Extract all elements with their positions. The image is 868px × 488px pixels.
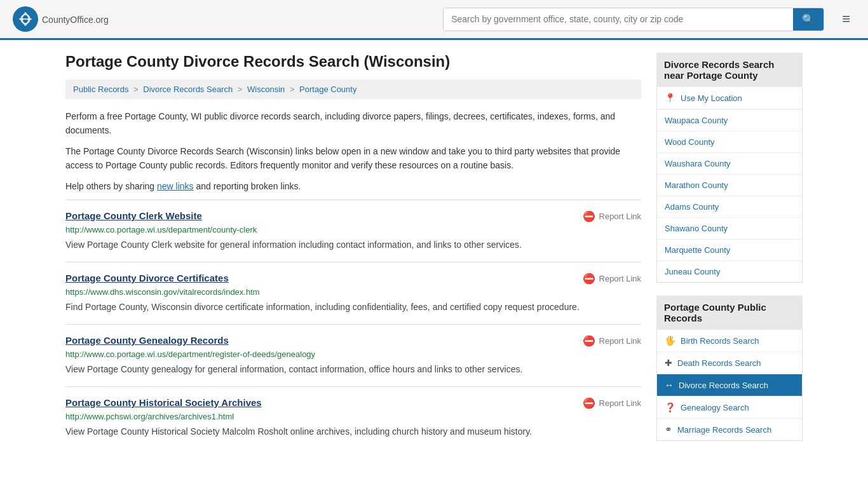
death-records-label: Death Records Search (677, 358, 761, 368)
new-links-link[interactable]: new links (157, 181, 194, 191)
use-my-location-link[interactable]: 📍 Use My Location (657, 87, 802, 109)
record-url-0[interactable]: http://www.co.portage.wi.us/department/c… (65, 225, 641, 234)
death-records-link[interactable]: ✚ Death Records Search (657, 352, 802, 374)
death-icon: ✚ (665, 358, 672, 368)
record-url-2[interactable]: http://www.co.portage.wi.us/department/r… (65, 349, 641, 359)
public-record-item-4[interactable]: ⚭ Marriage Records Search (657, 419, 802, 440)
breadcrumb-sep-3: > (290, 85, 297, 94)
record-header-2: Portage County Genealogy Records ⛔ Repor… (65, 335, 641, 347)
nearby-county-2[interactable]: Waushara County (657, 153, 802, 175)
breadcrumb-sep-1: > (133, 85, 140, 94)
search-button[interactable]: 🔍 (793, 8, 824, 30)
record-url-1[interactable]: https://www.dhs.wisconsin.gov/vitalrecor… (65, 287, 641, 297)
public-record-item-0[interactable]: 🖐 Birth Records Search (657, 330, 802, 352)
hamburger-icon: ≡ (842, 11, 850, 27)
nearby-section: Divorce Records Search near Portage Coun… (656, 53, 803, 283)
nearby-county-6[interactable]: Marquette County (657, 240, 802, 261)
record-header-1: Portage County Divorce Certificates ⛔ Re… (65, 273, 641, 285)
record-desc-0: View Portage County Clerk website for ge… (65, 238, 641, 252)
public-record-item-2[interactable]: ↔ Divorce Records Search (657, 374, 802, 396)
report-link-2[interactable]: ⛔ Report Link (583, 335, 641, 347)
nearby-county-link-3[interactable]: Marathon County (657, 175, 802, 196)
nearby-header: Divorce Records Search near Portage Coun… (656, 53, 803, 87)
intro-3-before: Help others by sharing (65, 181, 157, 191)
sidebar: Divorce Records Search near Portage Coun… (656, 53, 803, 454)
menu-button[interactable]: ≡ (837, 8, 855, 30)
page-title: Portage County Divorce Records Search (W… (65, 53, 641, 71)
public-records-list: 🖐 Birth Records Search ✚ Death Records S… (656, 330, 803, 441)
nearby-county-link-4[interactable]: Adams County (657, 196, 802, 217)
record-entry-0: Portage County Clerk Website ⛔ Report Li… (65, 200, 641, 262)
main-container: Portage County Divorce Records Search (W… (53, 40, 815, 466)
record-title-3[interactable]: Portage County Historical Society Archiv… (65, 397, 262, 408)
record-entry-2: Portage County Genealogy Records ⛔ Repor… (65, 324, 641, 386)
nearby-county-3[interactable]: Marathon County (657, 175, 802, 196)
public-records-header: Portage County Public Records (656, 295, 803, 330)
search-input[interactable] (444, 8, 793, 30)
report-icon-1: ⛔ (583, 273, 595, 285)
record-desc-2: View Portage County genealogy for genera… (65, 363, 641, 376)
nearby-county-link-2[interactable]: Waushara County (657, 153, 802, 174)
nearby-county-link-1[interactable]: Wood County (657, 132, 802, 152)
nearby-county-link-5[interactable]: Shawano County (657, 218, 802, 239)
nearby-county-1[interactable]: Wood County (657, 132, 802, 153)
intro-3-after: and reporting broken links. (194, 181, 301, 191)
breadcrumb-wisconsin[interactable]: Wisconsin (247, 85, 285, 94)
record-entry-3: Portage County Historical Society Archiv… (65, 386, 641, 449)
intro-paragraph-3: Help others by sharing new links and rep… (65, 179, 641, 193)
nearby-list: 📍 Use My Location Waupaca County Wood Co… (656, 87, 803, 283)
record-desc-1: Find Portage County, Wisconsin divorce c… (65, 301, 641, 314)
genealogy-link[interactable]: ❓ Genealogy Search (657, 396, 802, 418)
breadcrumb-sep-2: > (238, 85, 245, 94)
nearby-county-link-7[interactable]: Juneau County (657, 261, 802, 282)
breadcrumb: Public Records > Divorce Records Search … (65, 79, 641, 99)
genealogy-label: Genealogy Search (681, 403, 749, 412)
logo-link[interactable]: CountyOffice.org (13, 6, 109, 32)
intro-paragraph-1: Perform a free Portage County, WI public… (65, 109, 641, 138)
breadcrumb-public-records[interactable]: Public Records (73, 85, 128, 94)
record-header-0: Portage County Clerk Website ⛔ Report Li… (65, 210, 641, 222)
divorce-records-label: Divorce Records Search (679, 381, 768, 390)
divorce-records-link[interactable]: ↔ Divorce Records Search (657, 374, 802, 396)
public-records-section: Portage County Public Records 🖐 Birth Re… (656, 295, 803, 441)
record-entry-1: Portage County Divorce Certificates ⛔ Re… (65, 262, 641, 324)
report-link-3[interactable]: ⛔ Report Link (583, 397, 641, 409)
record-header-3: Portage County Historical Society Archiv… (65, 397, 641, 409)
nearby-county-4[interactable]: Adams County (657, 196, 802, 218)
logo-suffix: .org (93, 15, 109, 25)
report-icon-2: ⛔ (583, 335, 595, 347)
marriage-records-label: Marriage Records Search (677, 425, 771, 435)
genealogy-icon: ❓ (665, 402, 675, 412)
nearby-county-5[interactable]: Shawano County (657, 218, 802, 240)
marriage-records-link[interactable]: ⚭ Marriage Records Search (657, 419, 802, 440)
public-record-item-1[interactable]: ✚ Death Records Search (657, 352, 802, 374)
use-my-location-label: Use My Location (681, 93, 742, 103)
record-desc-3: View Portage County Historical Society M… (65, 425, 641, 438)
record-title-0[interactable]: Portage County Clerk Website (65, 210, 202, 221)
report-link-0[interactable]: ⛔ Report Link (583, 210, 641, 222)
report-icon-0: ⛔ (583, 210, 595, 222)
nearby-county-0[interactable]: Waupaca County (657, 110, 802, 132)
report-icon-3: ⛔ (583, 397, 595, 409)
public-record-item-3[interactable]: ❓ Genealogy Search (657, 396, 802, 419)
nearby-county-link-0[interactable]: Waupaca County (657, 110, 802, 131)
pin-icon: 📍 (665, 93, 675, 103)
breadcrumb-divorce-records[interactable]: Divorce Records Search (143, 85, 233, 94)
search-icon: 🔍 (802, 14, 815, 25)
content-area: Portage County Divorce Records Search (W… (65, 53, 641, 454)
report-link-1[interactable]: ⛔ Report Link (583, 273, 641, 285)
nearby-county-7[interactable]: Juneau County (657, 261, 802, 282)
birth-records-link[interactable]: 🖐 Birth Records Search (657, 330, 802, 351)
logo-name: CountyOffice (42, 15, 93, 25)
divorce-icon: ↔ (665, 380, 674, 390)
search-bar: 🔍 (443, 8, 824, 31)
record-title-1[interactable]: Portage County Divorce Certificates (65, 273, 229, 283)
marriage-icon: ⚭ (665, 424, 672, 435)
intro-paragraph-2: The Portage County Divorce Records Searc… (65, 144, 641, 173)
nearby-county-link-6[interactable]: Marquette County (657, 240, 802, 261)
record-title-2[interactable]: Portage County Genealogy Records (65, 335, 229, 346)
header: CountyOffice.org 🔍 ≡ (0, 0, 868, 40)
record-url-3[interactable]: http://www.pchswi.org/archives/archives1… (65, 412, 641, 421)
use-my-location-item[interactable]: 📍 Use My Location (657, 87, 802, 110)
breadcrumb-portage-county[interactable]: Portage County (299, 85, 356, 94)
